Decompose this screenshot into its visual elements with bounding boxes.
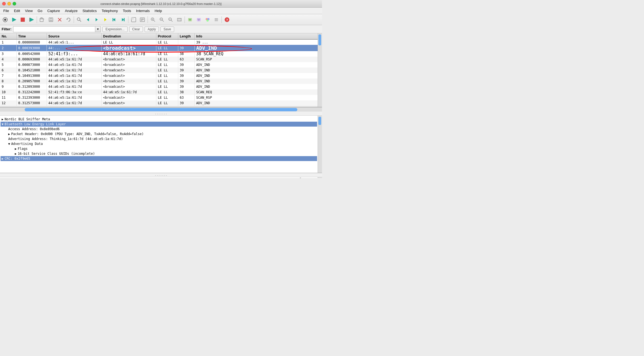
detail-row-flags[interactable]: ▶ Flags — [2, 146, 316, 151]
menu-capture[interactable]: Capture — [45, 8, 62, 13]
close-capture-icon[interactable] — [56, 16, 64, 24]
menu-tools[interactable]: Tools — [120, 8, 133, 13]
detail-row-crc[interactable]: ▶ CRC: 0x2f9e65 — [1, 156, 317, 161]
capture-options-icon[interactable] — [27, 16, 36, 24]
preferences-icon[interactable] — [212, 16, 220, 24]
expand-uuid-icon[interactable]: ▶ — [15, 152, 17, 156]
col-header-no[interactable]: No. — [0, 33, 16, 39]
table-row[interactable]: 30.00054200052:41:f3:...44:a6:e5:1a:61:7… — [0, 51, 322, 57]
detail-row-access-addr[interactable]: Access Address: 0x8e89bed6 — [2, 127, 316, 132]
resize-columns-icon[interactable] — [175, 16, 183, 24]
expand-pkt-header-icon[interactable]: ▶ — [8, 132, 10, 136]
table-cell: LE LL — [156, 89, 178, 95]
maximize-button[interactable] — [13, 2, 16, 5]
col-header-length[interactable]: Length — [178, 33, 194, 39]
first-packet-icon[interactable] — [110, 16, 118, 24]
expand-nordic-icon[interactable]: ▶ — [2, 118, 4, 121]
svg-rect-8 — [50, 18, 52, 19]
menu-go[interactable]: Go — [35, 8, 44, 13]
save-filter-button[interactable]: Save — [160, 27, 174, 32]
hex-scrollbar[interactable] — [318, 177, 322, 178]
menu-internals[interactable]: Internals — [134, 8, 152, 13]
interface-list-icon[interactable] — [1, 16, 9, 24]
svg-rect-19 — [113, 18, 113, 21]
find-icon[interactable] — [75, 16, 83, 24]
expand-adv-data-icon[interactable]: ▼ — [8, 142, 10, 146]
minimize-button[interactable] — [7, 2, 11, 5]
detail-scrollbar[interactable] — [318, 116, 322, 173]
detail-row-adv-data[interactable]: ▼ Advertising Data — [2, 141, 316, 146]
menu-file[interactable]: File — [1, 8, 11, 13]
open-file-icon[interactable] — [38, 16, 46, 24]
svg-rect-23 — [131, 17, 134, 20]
expand-btle-icon[interactable]: ▼ — [2, 122, 4, 126]
capture-filter-icon[interactable] — [186, 16, 194, 24]
col-header-time[interactable]: Time — [16, 33, 47, 39]
table-row[interactable]: 100.31224200052:41:f3:06:3a:ce44:a6:e5:1… — [0, 89, 322, 95]
table-row[interactable]: 80.20905700044:a6:e5:1a:61:7d<broadcast>… — [0, 78, 322, 84]
filter-input[interactable] — [13, 26, 95, 32]
svg-rect-38 — [177, 18, 181, 21]
go-to-packet-icon[interactable] — [101, 16, 110, 24]
table-row[interactable]: 10.00000000044:a6:e5:1...LE LLLE LL39 ..… — [0, 39, 322, 45]
stop-capture-icon[interactable] — [19, 16, 27, 24]
packet-scrollbar[interactable] — [318, 33, 322, 107]
table-row[interactable]: 50.00087300044:a6:e5:1a:61:7d<broadcast>… — [0, 62, 322, 68]
menu-edit[interactable]: Edit — [12, 8, 22, 13]
table-row[interactable]: 90.31209300044:a6:e5:1a:61:7d<broadcast>… — [0, 84, 322, 89]
zoom-out-icon[interactable] — [158, 16, 166, 24]
expand-crc-icon[interactable]: ▶ — [2, 157, 4, 161]
colorize-icon[interactable] — [203, 16, 212, 24]
table-cell: 44:a6:e5:1a:61:7d — [47, 100, 101, 106]
normal-size-icon[interactable]: 1:1 — [166, 16, 175, 24]
menu-telephony[interactable]: Telephony — [99, 8, 120, 13]
svg-rect-21 — [124, 18, 125, 21]
zoom-in-icon[interactable] — [149, 16, 157, 24]
help-icon[interactable]: ? — [223, 16, 231, 24]
close-button[interactable] — [2, 2, 6, 5]
expand-flags-icon[interactable]: ▶ — [15, 147, 17, 151]
detail-row-uuid[interactable]: ▶ 16-bit Service Class UUIDs (incomplete… — [2, 151, 316, 156]
display-filter-icon[interactable] — [195, 16, 203, 24]
detail-row-packet-header[interactable]: ▶ Packet Header: 0x0d00 (PDU Type: ADV_I… — [2, 132, 316, 136]
menu-analyze[interactable]: Analyze — [63, 8, 80, 13]
col-header-source[interactable]: Source — [47, 33, 101, 39]
go-forward-icon[interactable] — [93, 16, 101, 24]
table-cell: <broadcast> — [101, 100, 156, 106]
table-cell: <broadcast> — [101, 73, 156, 78]
clear-filter-button[interactable]: Clear — [129, 27, 143, 32]
table-row[interactable]: 60.10452100044:a6:e5:1a:61:7d<broadcast>… — [0, 68, 322, 73]
table-cell: 9 — [0, 84, 16, 89]
col-header-protocol[interactable]: Protocol — [156, 33, 178, 39]
table-row[interactable]: 110.31239300044:a6:e5:1a:61:7d<broadcast… — [0, 95, 322, 100]
col-header-info[interactable]: Info — [194, 33, 322, 39]
detail-row-adv-addr[interactable]: Advertising Address: Thinking_1a:61:7d (… — [2, 136, 316, 141]
table-cell: LE LL — [156, 57, 178, 62]
filter-dropdown-button[interactable]: ▼ — [95, 26, 101, 32]
reload-icon[interactable] — [64, 16, 73, 24]
table-row[interactable]: 120.31257300044:a6:e5:1a:61:7d<broadcast… — [0, 100, 322, 106]
apply-filter-button[interactable]: Apply — [145, 27, 159, 32]
menu-help[interactable]: Help — [153, 8, 164, 13]
save-file-icon[interactable] — [47, 16, 55, 24]
menu-view[interactable]: View — [23, 8, 35, 13]
go-back-icon[interactable] — [84, 16, 92, 24]
toolbar: 1:1 — [0, 14, 322, 25]
detail-row-btle[interactable]: ▼ Bluetooth Low Energy Link Layer — [1, 122, 317, 127]
detail-row-nordic[interactable]: ▶ Nordic BLE Sniffer Meta — [2, 117, 316, 122]
table-cell: 0.000873000 — [16, 62, 47, 68]
format-icon[interactable] — [138, 16, 146, 24]
col-header-destination[interactable]: Destination — [101, 33, 156, 39]
start-capture-icon[interactable] — [10, 16, 18, 24]
table-row[interactable]: 40.00069300044:a6:e5:1a:61:7d<broadcast>… — [0, 57, 322, 62]
expression-button[interactable]: Expression... — [102, 27, 127, 32]
last-packet-icon[interactable] — [119, 16, 127, 24]
table-cell: 0.000000000 — [16, 39, 47, 45]
menu-statistics[interactable]: Statistics — [80, 8, 99, 13]
window-controls[interactable] — [2, 2, 16, 5]
table-row[interactable]: 20.00039300044:...<broadcast>LE LL39ADV_… — [0, 45, 322, 51]
menubar: File Edit View Go Capture Analyze Statis… — [0, 8, 322, 14]
table-row[interactable]: 70.10491300044:a6:e5:1a:61:7d<broadcast>… — [0, 73, 322, 78]
horizontal-scrollbar[interactable] — [0, 107, 322, 112]
color-rules-icon[interactable] — [130, 16, 138, 24]
